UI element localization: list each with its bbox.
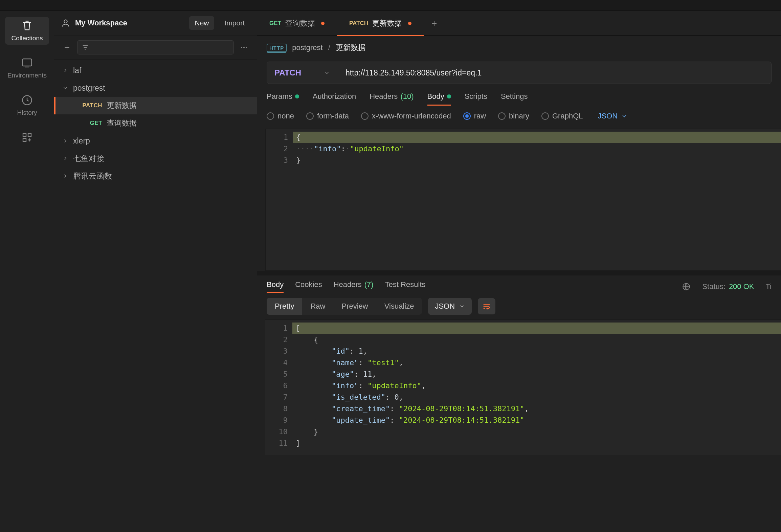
svg-point-6 xyxy=(241,47,242,48)
method-badge: PATCH xyxy=(79,102,102,109)
svg-rect-0 xyxy=(23,59,32,66)
breadcrumb-sep: / xyxy=(328,43,330,52)
resptab-cookies[interactable]: Cookies xyxy=(295,280,322,293)
request-body-editor[interactable]: 123 {····"info":·"updateInfo"} xyxy=(265,129,781,271)
radio-urlencoded[interactable]: x-www-form-urlencoded xyxy=(361,112,451,120)
breadcrumb-collection[interactable]: postgrest xyxy=(292,43,323,52)
rail-more[interactable] xyxy=(5,129,49,146)
rail-collections-label: Collections xyxy=(12,35,43,42)
reqtab-settings[interactable]: Settings xyxy=(501,92,528,106)
chevron-down-icon xyxy=(323,69,330,76)
dirty-indicator xyxy=(321,22,325,25)
status-value: 200 OK xyxy=(729,282,754,291)
radio-label: raw xyxy=(474,112,486,120)
rail-history[interactable]: History xyxy=(5,91,49,119)
status-label: Status: xyxy=(702,282,725,291)
url-input[interactable] xyxy=(338,62,771,84)
http-badge: HTTP xyxy=(267,44,287,52)
radio-binary[interactable]: binary xyxy=(498,112,529,120)
main-area: GET 查询数据 PATCH 更新数据 HTTP postgrest / 更新数… xyxy=(257,11,781,532)
rail-environments[interactable]: Environments xyxy=(5,54,49,82)
tree-folder-xlerp[interactable]: xlerp xyxy=(54,132,257,150)
plus-icon xyxy=(430,19,438,27)
reqtab-label: Params xyxy=(267,92,292,101)
more-icon xyxy=(240,43,248,51)
chevron-right-icon xyxy=(62,173,68,179)
editor-code[interactable]: {····"info":·"updateInfo"} xyxy=(293,129,781,270)
svg-point-5 xyxy=(64,20,67,23)
import-button[interactable]: Import xyxy=(219,16,250,30)
request-tabs: GET 查询数据 PATCH 更新数据 xyxy=(257,11,781,36)
response-lang-selector[interactable]: JSON xyxy=(428,298,472,315)
resptab-label: Body xyxy=(267,280,284,289)
workspace-switcher[interactable]: My Workspace xyxy=(61,18,127,28)
reqtab-scripts[interactable]: Scripts xyxy=(465,92,487,106)
reqtab-body[interactable]: Body xyxy=(427,92,451,106)
body-lang-selector[interactable]: JSON xyxy=(598,112,628,120)
chevron-down-icon xyxy=(62,85,68,91)
wrap-lines-button[interactable] xyxy=(478,298,495,314)
request-line: PATCH xyxy=(267,62,772,84)
chevron-right-icon xyxy=(62,138,68,144)
reqtab-params[interactable]: Params xyxy=(267,92,299,106)
svg-rect-3 xyxy=(28,133,31,136)
body-lang-label: JSON xyxy=(598,112,618,120)
radio-form-data[interactable]: form-data xyxy=(306,112,349,120)
reqtab-label: Body xyxy=(427,92,444,101)
radio-label: binary xyxy=(509,112,529,120)
reqtab-authorization[interactable]: Authorization xyxy=(313,92,356,106)
radio-label: form-data xyxy=(317,112,349,120)
chevron-right-icon xyxy=(62,67,68,73)
sidebar-filter[interactable] xyxy=(77,40,234,54)
radio-none[interactable]: none xyxy=(267,112,294,120)
resptab-headers[interactable]: Headers(7) xyxy=(334,280,374,293)
reqtab-label: Headers xyxy=(370,92,398,101)
response-lang-label: JSON xyxy=(435,302,455,311)
filter-icon xyxy=(82,44,89,51)
tree-label: xlerp xyxy=(73,136,90,146)
chevron-down-icon xyxy=(459,303,465,309)
body-type-radios: none form-data x-www-form-urlencoded raw… xyxy=(257,106,781,127)
add-button[interactable] xyxy=(60,41,74,54)
svg-point-8 xyxy=(246,47,247,48)
dirty-indicator xyxy=(408,22,411,25)
tab-patch-update[interactable]: PATCH 更新数据 xyxy=(337,11,424,36)
tree-request-get-query[interactable]: GET 查询数据 xyxy=(54,114,257,132)
radio-graphql[interactable]: GraphQL xyxy=(541,112,583,120)
breadcrumb: HTTP postgrest / 更新数据 xyxy=(257,36,781,56)
resptab-tests[interactable]: Test Results xyxy=(385,280,426,293)
editor-code[interactable]: [ { "id": 1, "name": "test1", "age": 11,… xyxy=(292,320,781,455)
new-tab-button[interactable] xyxy=(424,19,444,27)
response-divider[interactable] xyxy=(257,271,781,275)
sidebar-tools xyxy=(54,36,257,60)
tree-folder-tencent[interactable]: 腾讯云函数 xyxy=(54,167,257,185)
rail-collections[interactable]: Collections xyxy=(5,17,49,45)
plus-icon xyxy=(63,43,71,51)
view-preview[interactable]: Preview xyxy=(333,298,376,315)
radio-label: none xyxy=(277,112,294,120)
radio-raw[interactable]: raw xyxy=(463,112,486,120)
globe-icon[interactable] xyxy=(682,282,691,291)
time-label: Ti xyxy=(765,282,772,291)
tab-label: 更新数据 xyxy=(372,18,402,28)
radio-label: x-www-form-urlencoded xyxy=(372,112,451,120)
view-raw[interactable]: Raw xyxy=(302,298,333,315)
response-body-editor[interactable]: 1234567891011 [ { "id": 1, "name": "test… xyxy=(265,319,781,455)
tree-folder-postgrest[interactable]: postgrest xyxy=(54,79,257,97)
tree-folder-laf[interactable]: laf xyxy=(54,62,257,79)
view-visualize[interactable]: Visualize xyxy=(376,298,422,315)
method-selector[interactable]: PATCH xyxy=(267,62,338,84)
method-badge: GET xyxy=(79,120,102,127)
new-button[interactable]: New xyxy=(189,16,214,30)
response-time: Ti xyxy=(765,282,772,291)
reqtab-headers[interactable]: Headers (10) xyxy=(370,92,414,106)
request-label: 更新数据 xyxy=(107,101,137,111)
sidebar-more-button[interactable] xyxy=(237,41,251,54)
rail-environments-label: Environments xyxy=(7,72,47,79)
tab-get-query[interactable]: GET 查询数据 xyxy=(257,11,337,36)
tree-folder-qiyu[interactable]: 七鱼对接 xyxy=(54,150,257,167)
resptab-body[interactable]: Body xyxy=(267,280,284,293)
tree-request-patch-update[interactable]: PATCH 更新数据 xyxy=(54,97,257,114)
view-pretty[interactable]: Pretty xyxy=(267,298,302,315)
wrap-icon xyxy=(482,302,491,311)
